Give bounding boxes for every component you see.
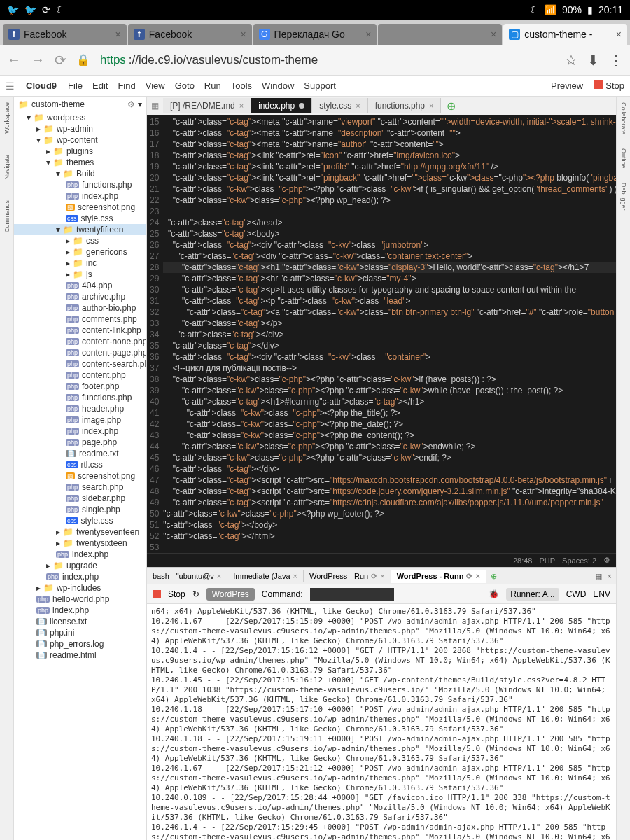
- menu-edit[interactable]: Edit: [92, 80, 108, 91]
- tree-folder[interactable]: ▸ 📁 wp-includes: [14, 582, 146, 594]
- tree-file[interactable]: php content-page.php: [14, 347, 146, 358]
- split-icon[interactable]: ▦: [595, 572, 602, 581]
- tree-file[interactable]: php index.php: [14, 426, 146, 437]
- tree-file[interactable]: php content.php: [14, 370, 146, 381]
- reload-icon[interactable]: ⟳: [55, 52, 66, 69]
- tree-file[interactable]: ▧ screenshot.png: [14, 470, 146, 482]
- hamburger-icon[interactable]: ☰: [6, 80, 15, 92]
- tree-folder[interactable]: ▾ 📁 wp-content: [14, 134, 146, 146]
- stop-button[interactable]: Stop: [594, 80, 624, 91]
- browser-tab[interactable]: ×: [378, 24, 502, 45]
- tree-file[interactable]: php content-search.pl: [14, 358, 146, 370]
- gear-icon[interactable]: ⚙: [127, 99, 135, 109]
- rail-commands[interactable]: Commands: [4, 200, 10, 232]
- tree-file[interactable]: php content-link.php: [14, 325, 146, 336]
- rail-outline[interactable]: Outline: [620, 148, 627, 169]
- tree-file[interactable]: php index.php: [14, 549, 146, 560]
- tree-file[interactable]: php functions.php: [14, 179, 146, 190]
- close-icon[interactable]: ×: [475, 572, 479, 580]
- close-icon[interactable]: ×: [115, 29, 121, 40]
- tree-file[interactable]: css rtl.css: [14, 459, 146, 470]
- close-icon[interactable]: ×: [380, 572, 384, 580]
- language-mode[interactable]: PHP: [539, 556, 555, 565]
- preview-button[interactable]: Preview: [551, 80, 583, 91]
- terminal-tab[interactable]: WordPress - Runn⟳×: [391, 570, 486, 583]
- editor-tab[interactable]: style.css×: [312, 98, 368, 113]
- close-panel-icon[interactable]: ×: [608, 572, 612, 581]
- rail-debugger[interactable]: Debugger: [620, 183, 627, 211]
- tree-file[interactable]: php index.php: [14, 571, 146, 582]
- project-root[interactable]: custom-theme: [31, 99, 85, 109]
- command-input[interactable]: [310, 588, 394, 601]
- tree-folder[interactable]: ▾ 📁 Build: [14, 168, 146, 179]
- tree-file[interactable]: php content-none.php: [14, 336, 146, 347]
- terminal-tab[interactable]: Immediate (Java×: [227, 570, 304, 582]
- tree-file[interactable]: 📄 readme.txt: [14, 448, 146, 459]
- close-icon[interactable]: ×: [491, 29, 496, 40]
- tree-folder[interactable]: ▸ 📁 plugins: [14, 146, 146, 157]
- tree-folder[interactable]: ▸ 📁 css: [14, 235, 146, 246]
- tree-folder[interactable]: ▸ 📁 twentysixteen: [14, 538, 146, 549]
- tree-file[interactable]: php hello-world.php: [14, 594, 146, 605]
- tree-folder[interactable]: ▸ 📁 upgrade: [14, 560, 146, 571]
- tree-file[interactable]: php index.php: [14, 190, 146, 202]
- menu-window[interactable]: Window: [262, 80, 294, 91]
- tree-file[interactable]: php author-bio.php: [14, 302, 146, 314]
- menu-tools[interactable]: Tools: [231, 80, 252, 91]
- tree-file[interactable]: php functions.php: [14, 392, 146, 403]
- close-icon[interactable]: ×: [365, 29, 371, 40]
- stop-icon[interactable]: [153, 590, 161, 598]
- tree-folder[interactable]: ▾ 📁 themes: [14, 157, 146, 168]
- browser-tab[interactable]: fFacebook×: [3, 24, 127, 45]
- tree-file[interactable]: php sidebar.php: [14, 493, 146, 504]
- terminal-output[interactable]: n64; x64) AppleWebKit/537.36 (KHTML, lik…: [147, 604, 616, 840]
- tree-file[interactable]: ▧ screenshot.png: [14, 202, 146, 213]
- tree-folder[interactable]: ▾ 📁 wordpress: [14, 112, 146, 123]
- close-icon[interactable]: ×: [240, 29, 246, 40]
- gear-icon[interactable]: ⚙: [603, 556, 610, 565]
- runner-name-button[interactable]: WordPres: [206, 588, 255, 601]
- close-icon[interactable]: ×: [616, 29, 622, 40]
- tree-folder[interactable]: ▸ 📁 wp-admin: [14, 123, 146, 134]
- download-icon[interactable]: ⬇: [587, 52, 599, 69]
- new-terminal-button[interactable]: ⊕: [486, 572, 501, 581]
- terminal-tab[interactable]: bash - "ubuntu@v×: [147, 570, 227, 582]
- menu-support[interactable]: Support: [304, 80, 336, 91]
- editor-tab[interactable]: [P] /README.md×: [163, 98, 251, 113]
- menu-icon[interactable]: ⋮: [609, 52, 623, 69]
- tree-file[interactable]: php search.php: [14, 482, 146, 493]
- menu-view[interactable]: View: [146, 80, 165, 91]
- chevron-down-icon[interactable]: ▾: [138, 99, 142, 109]
- tree-file[interactable]: php page.php: [14, 437, 146, 448]
- tree-folder[interactable]: ▸ 📁 inc: [14, 258, 146, 269]
- tree-folder[interactable]: ▸ 📁 genericons: [14, 246, 146, 258]
- tree-file[interactable]: php 404.php: [14, 280, 146, 291]
- tree-file[interactable]: php header.php: [14, 403, 146, 414]
- bug-icon[interactable]: 🐞: [489, 589, 499, 599]
- tree-file[interactable]: 📄 php_errors.log: [14, 638, 146, 650]
- close-icon[interactable]: ×: [217, 572, 221, 580]
- terminal-tab[interactable]: WordPress - Run⟳×: [304, 570, 391, 583]
- tree-file[interactable]: 📄 readme.html: [14, 650, 146, 661]
- tree-file[interactable]: php image.php: [14, 414, 146, 426]
- editor-tab[interactable]: functions.php×: [368, 98, 442, 113]
- forward-icon[interactable]: →: [31, 52, 45, 68]
- rail-navigate[interactable]: Navigate: [4, 155, 10, 180]
- menu-file[interactable]: File: [68, 80, 83, 91]
- browser-tab[interactable]: ▢custom-theme -×: [503, 24, 627, 45]
- cloud9-logo[interactable]: Cloud9: [26, 80, 57, 91]
- runner-select[interactable]: Runner: A...: [506, 588, 559, 601]
- close-icon[interactable]: ×: [356, 102, 360, 110]
- back-icon[interactable]: ←: [7, 52, 21, 68]
- browser-tab[interactable]: GПерекладач Go×: [253, 24, 377, 45]
- menu-run[interactable]: Run: [204, 80, 221, 91]
- indent-setting[interactable]: Spaces: 2: [562, 556, 596, 565]
- tree-file[interactable]: php archive.php: [14, 291, 146, 302]
- restart-icon[interactable]: ↻: [192, 589, 200, 599]
- rail-workspace[interactable]: Workspace: [4, 102, 10, 134]
- tree-file[interactable]: php single.php: [14, 504, 146, 515]
- tree-file[interactable]: css style.css: [14, 213, 146, 224]
- rail-collaborate[interactable]: Collaborate: [620, 102, 627, 134]
- tree-file[interactable]: php comments.php: [14, 314, 146, 325]
- tree-file[interactable]: 📄 php.ini: [14, 627, 146, 638]
